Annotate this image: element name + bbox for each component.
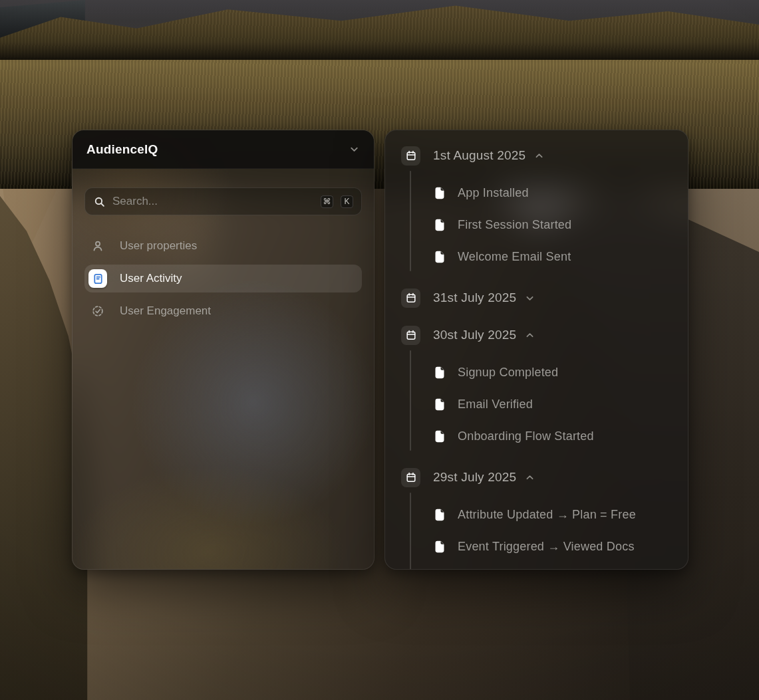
timeline-events: Attribute Updated → Plan = Free Event Tr…: [401, 499, 672, 562]
timeline-event[interactable]: Welcome Email Sent: [401, 241, 672, 273]
timeline-group-header[interactable]: 31st July 2025: [401, 286, 672, 310]
chevron-down-icon: [525, 293, 535, 303]
timeline-event[interactable]: Attribute Updated → Plan = Free: [401, 499, 672, 530]
panel-body: ⌘ K User properties User Activity User E…: [73, 169, 374, 325]
timeline-event-label: Welcome Email Sent: [458, 250, 571, 264]
chevron-up-icon: [525, 330, 535, 340]
command-key-badge: ⌘: [321, 195, 333, 208]
timeline-group: 1st August 2025 App Installed First Sess…: [401, 144, 672, 273]
timeline-event[interactable]: Onboarding Flow Started: [401, 420, 672, 452]
search-box[interactable]: ⌘ K: [84, 187, 362, 215]
timeline-event-label: Email Verified: [458, 398, 533, 411]
sidebar-item-label: User properties: [120, 239, 197, 253]
timeline-events: Signup Completed Email Verified Onboardi…: [401, 356, 672, 452]
notebook-icon: [88, 269, 107, 288]
user-icon: [88, 237, 107, 255]
panel-header: AudienceIQ: [73, 130, 374, 169]
timeline-events: App Installed First Session Started Welc…: [401, 177, 672, 273]
calendar-icon: [401, 289, 420, 308]
calendar-icon: [401, 326, 420, 345]
sidebar-item-label: User Engagement: [120, 304, 211, 318]
sidebar-item-user-activity[interactable]: User Activity: [84, 265, 362, 292]
engagement-icon: [88, 302, 107, 320]
chevron-up-icon: [534, 151, 544, 161]
timeline-event[interactable]: First Session Started: [401, 209, 672, 241]
timeline-event-label: Onboarding Flow Started: [458, 429, 594, 443]
timeline-event[interactable]: Event Triggered → Viewed Docs: [401, 530, 672, 562]
timeline-group-header[interactable]: 30st July 2025: [401, 323, 672, 347]
timeline-group-header[interactable]: 29st July 2025: [401, 465, 672, 489]
timeline-date: 1st August 2025: [433, 148, 526, 163]
timeline-group: 29st July 2025 Attribute Updated → Plan …: [401, 465, 672, 562]
timeline-group: 30st July 2025 Signup Completed Email Ve…: [401, 323, 672, 452]
file-icon: [434, 398, 445, 411]
timeline-date: 30st July 2025: [433, 328, 516, 342]
chevron-down-icon[interactable]: [349, 144, 360, 155]
timeline-group: 31st July 2025: [401, 286, 672, 310]
sidebar-item-label: User Activity: [120, 272, 182, 285]
chevron-up-icon: [525, 473, 535, 483]
file-icon: [434, 540, 445, 553]
sidebar-item-user-properties[interactable]: User properties: [84, 232, 362, 260]
timeline-date: 31st July 2025: [433, 291, 516, 305]
file-icon: [434, 187, 445, 199]
k-key-badge: K: [341, 195, 353, 208]
timeline-event-label: Event Triggered → Viewed Docs: [458, 540, 635, 554]
timeline-event-label: First Session Started: [458, 218, 571, 232]
calendar-icon: [401, 146, 420, 166]
search-input[interactable]: [112, 195, 313, 208]
file-icon: [434, 366, 445, 379]
app-title: AudienceIQ: [86, 142, 158, 157]
timeline-event-label: Attribute Updated → Plan = Free: [458, 508, 636, 522]
timeline-group-header[interactable]: 1st August 2025: [401, 144, 672, 168]
timeline-event[interactable]: Signup Completed: [401, 356, 672, 388]
timeline-event-label: App Installed: [458, 186, 529, 200]
timeline-date: 29st July 2025: [433, 470, 516, 485]
timeline-event[interactable]: Email Verified: [401, 388, 672, 420]
file-icon: [434, 430, 445, 443]
activity-timeline-panel: 1st August 2025 App Installed First Sess…: [384, 130, 688, 570]
file-icon: [434, 251, 445, 263]
sidebar-item-user-engagement[interactable]: User Engagement: [84, 297, 362, 325]
sidebar-nav: User properties User Activity User Engag…: [84, 232, 362, 325]
file-icon: [434, 219, 445, 231]
file-icon: [434, 509, 445, 521]
calendar-icon: [401, 468, 420, 487]
timeline: 1st August 2025 App Installed First Sess…: [401, 144, 672, 562]
timeline-event-label: Signup Completed: [458, 366, 558, 380]
search-icon: [94, 196, 105, 207]
timeline-event[interactable]: App Installed: [401, 177, 672, 209]
audienceiq-panel: AudienceIQ ⌘ K User properties User Acti…: [72, 130, 375, 570]
